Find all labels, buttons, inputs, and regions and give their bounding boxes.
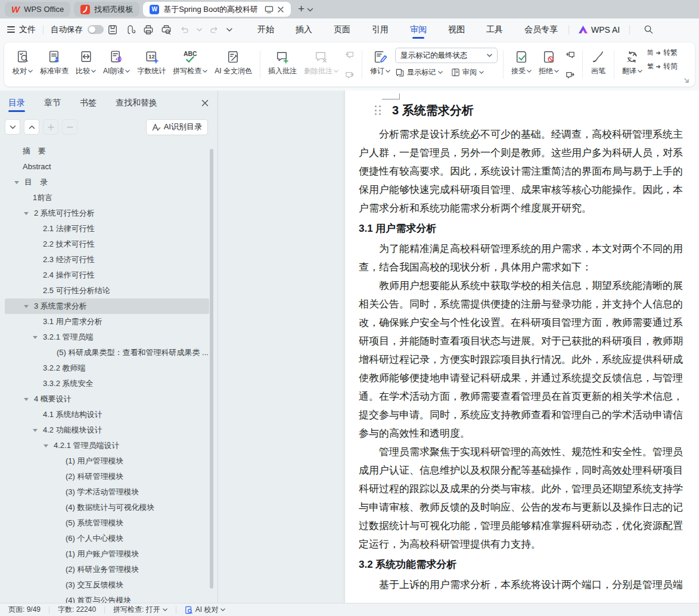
next-comment-button[interactable]: [343, 69, 356, 82]
outline-item[interactable]: (5) 科研成果类型：查看和管理科研成果类 ...: [5, 345, 209, 360]
accept-change-button[interactable]: 接受: [508, 45, 535, 78]
open-in-window-icon[interactable]: [265, 5, 274, 13]
wps-ai-button[interactable]: WPS AI: [579, 25, 620, 35]
compare-button[interactable]: 比较: [72, 45, 100, 78]
outline-item[interactable]: (4) 首页与公告模块: [5, 593, 209, 603]
outline-item[interactable]: (5) 系统管理模块: [5, 515, 209, 531]
ai-recognize-toc-button[interactable]: AI识别目录: [146, 119, 208, 135]
document-line[interactable]: 教师用户想要能从系统中获取学校的相关信息，期望系统能清晰的展: [359, 276, 699, 295]
close-tab-icon[interactable]: [277, 6, 284, 13]
outline-item[interactable]: 2.5 可行性分析结论: [5, 283, 209, 298]
document-line[interactable]: 过数据统计与可视化功能，管理员能够精准掌握科研动态，优化资源配置: [359, 517, 699, 535]
outline-item[interactable]: 3.3.2 系统安全: [5, 376, 209, 391]
tab-wps-office[interactable]: W WPS Office: [5, 2, 70, 17]
standard-review-button[interactable]: 标准审查: [36, 45, 72, 78]
word-count-button[interactable]: 12 字数统计: [133, 45, 169, 78]
document-line[interactable]: 成用户认证、信息维护以及权限分配等基础操作，同时高效处理科研项目: [359, 461, 699, 480]
outline-item[interactable]: (2) 科研业务管理模块: [5, 562, 209, 577]
track-changes-button[interactable]: 修订: [366, 45, 394, 78]
outline-item[interactable]: 4.1 系统结构设计: [5, 407, 209, 422]
tab-docer-templates[interactable]: 找稻壳模板: [74, 2, 139, 17]
undo-button[interactable]: [177, 23, 191, 37]
insert-comment-button[interactable]: 插入批注: [265, 45, 300, 78]
document-line[interactable]: 为了能精准满足高校科研管理系统的用户需求，本文对两个不同的用: [359, 239, 699, 258]
ai-polish-button[interactable]: AI 全文润色: [211, 45, 256, 78]
document-line[interactable]: 定运行，为高校科研管理提供有力支持。: [359, 535, 699, 553]
collapse-arrow-icon[interactable]: [33, 336, 43, 339]
document-line[interactable]: 使教师能够便捷地申请登记科研成果，并通过系统提交反馈信息，与管理: [359, 369, 699, 387]
demote-heading-button[interactable]: [62, 119, 77, 135]
promote-heading-button[interactable]: [43, 119, 58, 135]
simplified-to-traditional-button[interactable]: 简 转繁: [647, 48, 678, 58]
more-commands-chevron-icon[interactable]: [225, 23, 234, 37]
outline-item[interactable]: 2 系统可行性分析: [5, 206, 209, 221]
undo-options-chevron-icon[interactable]: [195, 23, 203, 37]
document-line[interactable]: 参与的高效性和透明度。: [359, 424, 699, 443]
reject-change-button[interactable]: 拒绝: [535, 45, 563, 78]
outline-item[interactable]: 3.2.2 教师端: [5, 360, 209, 376]
paragraph-drag-handle[interactable]: [375, 105, 383, 116]
page-indicator[interactable]: 页面: 9/49: [8, 605, 41, 615]
document-line[interactable]: 科研过程的跟踪以及成果的分类与审核。此外，管理员还期望系统支持学: [359, 480, 699, 498]
document-line[interactable]: 增科研过程记录，方便实时跟踪项目执行情况。此外，系统应提供科研成: [359, 350, 699, 369]
tab-list-chevron-icon[interactable]: [307, 8, 313, 12]
document-line[interactable]: 查，结合我国高校的现状分析，具体用户需求如下：: [359, 258, 699, 276]
ribbon-tab[interactable]: 页面: [333, 20, 352, 40]
document-line[interactable]: 改，确保账户安全与个性化设置。在科研项目管理方面，教师需要通过系: [359, 313, 699, 332]
ai-read-aloud-button[interactable]: AI朗读: [100, 45, 133, 78]
outline-item[interactable]: 摘 要: [5, 144, 209, 159]
ribbon-tab[interactable]: 引用: [371, 20, 390, 40]
document-line[interactable]: 基于上诉的用户需求分析，本系统将设计两个端口，分别是管理员端: [359, 575, 699, 594]
outline-item[interactable]: (2) 科研管理模块: [5, 469, 209, 484]
document-line[interactable]: 与申请审核、教师反馈的及时响应、公告的发布与更新以及操作日志的记: [359, 498, 699, 517]
document-line[interactable]: 户需求分析和系统功能需求分析两个维度展开研究。: [359, 199, 699, 217]
next-change-button[interactable]: [564, 69, 577, 82]
tab-document[interactable]: W 基于Spring Boot的高校科研: [143, 2, 291, 17]
outline-item[interactable]: (4) 数据统计与可视化模块: [5, 500, 209, 515]
delete-comment-button[interactable]: 删除批注: [300, 45, 342, 78]
collapse-arrow-icon[interactable]: [14, 181, 24, 184]
outline-item[interactable]: 目 录: [5, 175, 209, 190]
collapse-arrow-icon[interactable]: [33, 429, 43, 432]
outline-item[interactable]: 2.1 法律可行性: [5, 221, 209, 237]
outline-item[interactable]: 2.2 技术可行性: [5, 237, 209, 252]
collapse-arrow-icon[interactable]: [24, 212, 34, 215]
new-tab-button[interactable]: +: [298, 2, 305, 15]
outline-item[interactable]: 3.2.1 管理员端: [5, 329, 209, 345]
collapse-arrow-icon[interactable]: [24, 398, 34, 401]
expand-heading-button[interactable]: [24, 119, 39, 135]
document-line[interactable]: 3.1 用户需求分析: [359, 219, 699, 238]
autosave-toggle[interactable]: [88, 25, 104, 34]
outline-item[interactable]: (1) 用户账户管理模块: [5, 546, 209, 562]
document-page[interactable]: 3 系统需求分析分析需求是设计系统必不可少的基础。经调查，高校科研管理系统主户人…: [344, 91, 699, 603]
word-count-indicator[interactable]: 字数: 22240: [58, 605, 96, 615]
outline-item[interactable]: 3.1 用户需求分析: [5, 314, 209, 329]
document-line[interactable]: 便捷性有较高要求。因此，系统设计需注重简洁的界面布局与易于上手的: [359, 162, 699, 181]
document-line[interactable]: 户人群，一是管理员，另外一个则是教师。这些用户多为科研人员，对系: [359, 144, 699, 162]
document-line[interactable]: 通。在学术活动方面，教师需要查看管理员在首页更新的相关学术信息，: [359, 387, 699, 406]
review-pane-button[interactable]: 审阅: [451, 67, 484, 77]
document-line[interactable]: 研项目，并能随时查看项目状态与进展。对于已获批的科研项目，教师期: [359, 332, 699, 350]
previous-comment-button[interactable]: [343, 48, 356, 61]
ribbon-tab[interactable]: 审阅: [409, 20, 428, 40]
ribbon-tab[interactable]: 会员专享: [523, 20, 559, 40]
outline-item[interactable]: 4.2 功能模块设计: [5, 422, 209, 438]
redo-button[interactable]: [207, 23, 221, 37]
document-line[interactable]: 保用户能够快速完成科研项目管理、成果审核等核心功能操作。因此，本: [359, 181, 699, 199]
ribbon-tab[interactable]: 插入: [294, 20, 313, 40]
print-preview-button[interactable]: [159, 23, 173, 37]
outline-item[interactable]: Abstract: [5, 159, 209, 175]
spell-check-status[interactable]: 拼写检查: 打开: [113, 605, 167, 615]
document-line[interactable]: 相关公告。同时，系统需提供便捷的注册与登录功能，并支持个人信息的: [359, 295, 699, 313]
collapse-heading-button[interactable]: [5, 119, 20, 135]
previous-change-button[interactable]: [564, 48, 577, 61]
outline-item[interactable]: (6) 个人中心模块: [5, 531, 209, 546]
spell-check-button[interactable]: ABC 拼写检查: [169, 45, 211, 78]
ribbon-tab[interactable]: 视图: [447, 20, 466, 40]
outline-item[interactable]: (3) 学术活动管理模块: [5, 484, 209, 500]
file-menu[interactable]: 文件: [19, 24, 36, 35]
ribbon-tab[interactable]: 工具: [485, 20, 504, 40]
search-button[interactable]: [641, 23, 655, 37]
document-line[interactable]: 3 系统需求分析: [359, 100, 699, 120]
print-button[interactable]: [141, 23, 156, 37]
